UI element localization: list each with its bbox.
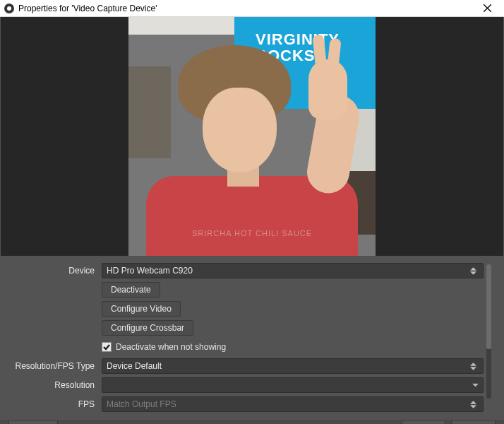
defaults-button[interactable]: Defaults [8, 420, 58, 424]
svg-marker-7 [470, 401, 476, 404]
device-label: Device [4, 266, 102, 276]
svg-marker-5 [470, 367, 476, 370]
close-icon [484, 4, 491, 12]
updown-icon [470, 397, 480, 411]
window-title: Properties for 'Video Capture Device' [18, 4, 473, 13]
checkbox-label: Deactivate when not showing [116, 342, 226, 352]
fps-select[interactable]: Match Output FPS [102, 396, 484, 412]
svg-marker-6 [472, 384, 479, 387]
fps-label: FPS [4, 399, 102, 409]
device-value: HD Pro Webcam C920 [107, 266, 193, 276]
footer: Defaults OK Cancel [0, 420, 504, 424]
cancel-button[interactable]: Cancel [451, 420, 496, 424]
svg-marker-3 [470, 271, 476, 275]
main-panel: VIRGINITY ROCKS SRIRCHA HOT CHILI SAUCE … [0, 17, 504, 424]
titlebar: Properties for 'Video Capture Device' [0, 0, 504, 17]
deactivate-when-not-showing-checkbox[interactable] [102, 342, 112, 352]
chevron-down-icon [472, 384, 479, 387]
deactivate-button[interactable]: Deactivate [102, 282, 160, 298]
svg-marker-8 [470, 405, 476, 408]
app-icon [4, 4, 14, 13]
resolution-label: Resolution [4, 380, 102, 390]
preview-area: VIRGINITY ROCKS SRIRCHA HOT CHILI SAUCE [1, 17, 503, 256]
svg-marker-4 [470, 363, 476, 366]
resolution-select[interactable] [102, 377, 484, 393]
configure-video-button[interactable]: Configure Video [102, 301, 181, 317]
check-icon [103, 343, 110, 351]
updown-icon [470, 359, 480, 373]
fps-placeholder: Match Output FPS [107, 399, 176, 409]
ok-button[interactable]: OK [402, 420, 445, 424]
close-button[interactable] [473, 0, 501, 16]
form-area: Device HD Pro Webcam C920 Deactivate [0, 256, 504, 420]
resolution-type-select[interactable]: Device Default [102, 358, 484, 374]
device-select[interactable]: HD Pro Webcam C920 [102, 263, 484, 278]
resolution-type-value: Device Default [107, 361, 162, 371]
video-preview: VIRGINITY ROCKS SRIRCHA HOT CHILI SAUCE [128, 17, 376, 256]
svg-marker-2 [470, 267, 476, 271]
configure-crossbar-button[interactable]: Configure Crossbar [102, 320, 193, 336]
resolution-type-label: Resolution/FPS Type [4, 361, 102, 371]
updown-icon [470, 264, 480, 278]
scrollbar[interactable] [486, 264, 491, 399]
scrollbar-thumb[interactable] [486, 264, 491, 349]
